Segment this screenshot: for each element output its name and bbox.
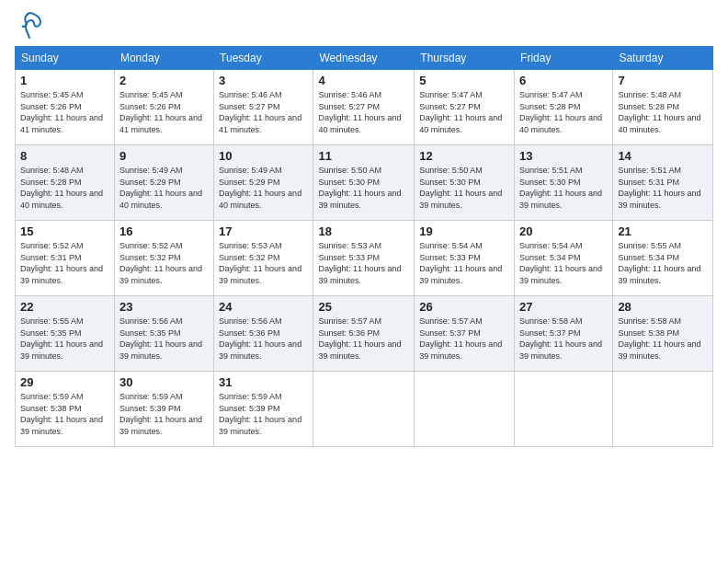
day-number: 14 — [618, 149, 708, 163]
day-number: 11 — [318, 149, 409, 163]
calendar-cell: 4 Sunrise: 5:46 AM Sunset: 5:27 PM Dayli… — [313, 70, 415, 145]
page: Sunday Monday Tuesday Wednesday Thursday… — [0, 0, 728, 563]
calendar-cell: 7 Sunrise: 5:48 AM Sunset: 5:28 PM Dayli… — [613, 70, 713, 145]
day-number: 3 — [219, 74, 308, 87]
calendar-cell: 23 Sunrise: 5:56 AM Sunset: 5:35 PM Dayl… — [114, 296, 213, 372]
day-number: 25 — [318, 300, 409, 314]
calendar-cell: 20 Sunrise: 5:54 AM Sunset: 5:34 PM Dayl… — [515, 221, 613, 296]
day-detail: Sunrise: 5:58 AM Sunset: 5:37 PM Dayligh… — [519, 316, 608, 362]
day-detail: Sunrise: 5:59 AM Sunset: 5:39 PM Dayligh… — [219, 391, 308, 437]
col-thursday: Thursday — [415, 47, 515, 70]
calendar-cell: 21 Sunrise: 5:55 AM Sunset: 5:34 PM Dayl… — [613, 221, 713, 296]
day-number: 26 — [419, 300, 509, 314]
calendar-cell: 10 Sunrise: 5:49 AM Sunset: 5:29 PM Dayl… — [214, 145, 313, 221]
logo-bird-icon — [17, 11, 42, 40]
calendar-cell — [515, 372, 613, 447]
day-detail: Sunrise: 5:52 AM Sunset: 5:32 PM Dayligh… — [119, 240, 209, 286]
day-detail: Sunrise: 5:54 AM Sunset: 5:34 PM Dayligh… — [519, 240, 608, 286]
calendar-cell: 13 Sunrise: 5:51 AM Sunset: 5:30 PM Dayl… — [515, 145, 613, 221]
day-detail: Sunrise: 5:48 AM Sunset: 5:28 PM Dayligh… — [20, 165, 109, 211]
day-number: 20 — [519, 224, 608, 238]
day-number: 7 — [618, 74, 708, 87]
day-number: 4 — [318, 74, 409, 87]
col-tuesday: Tuesday — [214, 47, 313, 70]
day-number: 27 — [519, 300, 608, 314]
calendar-cell: 8 Sunrise: 5:48 AM Sunset: 5:28 PM Dayli… — [16, 145, 115, 221]
day-number: 22 — [20, 300, 109, 314]
day-detail: Sunrise: 5:56 AM Sunset: 5:35 PM Dayligh… — [119, 316, 209, 362]
header — [15, 11, 713, 40]
day-detail: Sunrise: 5:51 AM Sunset: 5:31 PM Dayligh… — [618, 165, 708, 211]
day-detail: Sunrise: 5:51 AM Sunset: 5:30 PM Dayligh… — [519, 165, 608, 211]
day-detail: Sunrise: 5:46 AM Sunset: 5:27 PM Dayligh… — [219, 89, 308, 135]
calendar-cell: 6 Sunrise: 5:47 AM Sunset: 5:28 PM Dayli… — [515, 70, 613, 145]
calendar-cell: 18 Sunrise: 5:53 AM Sunset: 5:33 PM Dayl… — [313, 221, 415, 296]
day-detail: Sunrise: 5:50 AM Sunset: 5:30 PM Dayligh… — [318, 165, 409, 211]
calendar-cell: 12 Sunrise: 5:50 AM Sunset: 5:30 PM Dayl… — [415, 145, 515, 221]
calendar-cell: 3 Sunrise: 5:46 AM Sunset: 5:27 PM Dayli… — [214, 70, 313, 145]
col-wednesday: Wednesday — [313, 47, 415, 70]
day-detail: Sunrise: 5:50 AM Sunset: 5:30 PM Dayligh… — [419, 165, 509, 211]
day-number: 1 — [20, 74, 109, 87]
calendar-cell: 2 Sunrise: 5:45 AM Sunset: 5:26 PM Dayli… — [114, 70, 213, 145]
col-friday: Friday — [515, 47, 613, 70]
day-number: 15 — [20, 224, 109, 238]
calendar-cell: 15 Sunrise: 5:52 AM Sunset: 5:31 PM Dayl… — [16, 221, 115, 296]
day-number: 24 — [219, 300, 308, 314]
day-detail: Sunrise: 5:53 AM Sunset: 5:32 PM Dayligh… — [219, 240, 308, 286]
day-detail: Sunrise: 5:48 AM Sunset: 5:28 PM Dayligh… — [618, 89, 708, 135]
day-detail: Sunrise: 5:57 AM Sunset: 5:37 PM Dayligh… — [419, 316, 509, 362]
day-detail: Sunrise: 5:52 AM Sunset: 5:31 PM Dayligh… — [20, 240, 109, 286]
day-detail: Sunrise: 5:55 AM Sunset: 5:35 PM Dayligh… — [20, 316, 109, 362]
calendar-cell: 24 Sunrise: 5:56 AM Sunset: 5:36 PM Dayl… — [214, 296, 313, 372]
logo — [15, 11, 42, 40]
day-number: 23 — [119, 300, 209, 314]
day-number: 16 — [119, 224, 209, 238]
calendar-week-4: 22 Sunrise: 5:55 AM Sunset: 5:35 PM Dayl… — [16, 296, 713, 372]
calendar-header-row: Sunday Monday Tuesday Wednesday Thursday… — [16, 47, 713, 70]
day-number: 13 — [519, 149, 608, 163]
day-number: 29 — [20, 375, 109, 389]
day-number: 2 — [119, 74, 209, 87]
day-number: 12 — [419, 149, 509, 163]
calendar-week-3: 15 Sunrise: 5:52 AM Sunset: 5:31 PM Dayl… — [16, 221, 713, 296]
calendar-cell — [313, 372, 415, 447]
day-detail: Sunrise: 5:49 AM Sunset: 5:29 PM Dayligh… — [119, 165, 209, 211]
calendar-cell: 1 Sunrise: 5:45 AM Sunset: 5:26 PM Dayli… — [16, 70, 115, 145]
day-detail: Sunrise: 5:49 AM Sunset: 5:29 PM Dayligh… — [219, 165, 308, 211]
day-number: 21 — [618, 224, 708, 238]
day-number: 5 — [419, 74, 509, 87]
day-detail: Sunrise: 5:47 AM Sunset: 5:28 PM Dayligh… — [519, 89, 608, 135]
calendar-table: Sunday Monday Tuesday Wednesday Thursday… — [15, 46, 713, 447]
calendar-cell: 30 Sunrise: 5:59 AM Sunset: 5:39 PM Dayl… — [114, 372, 213, 447]
calendar-cell: 11 Sunrise: 5:50 AM Sunset: 5:30 PM Dayl… — [313, 145, 415, 221]
calendar-cell: 26 Sunrise: 5:57 AM Sunset: 5:37 PM Dayl… — [415, 296, 515, 372]
calendar-cell: 19 Sunrise: 5:54 AM Sunset: 5:33 PM Dayl… — [415, 221, 515, 296]
day-detail: Sunrise: 5:45 AM Sunset: 5:26 PM Dayligh… — [119, 89, 209, 135]
day-detail: Sunrise: 5:53 AM Sunset: 5:33 PM Dayligh… — [318, 240, 409, 286]
day-number: 18 — [318, 224, 409, 238]
calendar-cell: 28 Sunrise: 5:58 AM Sunset: 5:38 PM Dayl… — [613, 296, 713, 372]
day-number: 30 — [119, 375, 209, 389]
calendar-cell: 29 Sunrise: 5:59 AM Sunset: 5:38 PM Dayl… — [16, 372, 115, 447]
calendar-cell: 5 Sunrise: 5:47 AM Sunset: 5:27 PM Dayli… — [415, 70, 515, 145]
calendar-cell — [613, 372, 713, 447]
day-detail: Sunrise: 5:45 AM Sunset: 5:26 PM Dayligh… — [20, 89, 109, 135]
calendar-cell: 17 Sunrise: 5:53 AM Sunset: 5:32 PM Dayl… — [214, 221, 313, 296]
calendar-cell: 31 Sunrise: 5:59 AM Sunset: 5:39 PM Dayl… — [214, 372, 313, 447]
day-number: 31 — [219, 375, 308, 389]
calendar-week-1: 1 Sunrise: 5:45 AM Sunset: 5:26 PM Dayli… — [16, 70, 713, 145]
day-number: 6 — [519, 74, 608, 87]
calendar-cell: 22 Sunrise: 5:55 AM Sunset: 5:35 PM Dayl… — [16, 296, 115, 372]
calendar-week-5: 29 Sunrise: 5:59 AM Sunset: 5:38 PM Dayl… — [16, 372, 713, 447]
day-number: 10 — [219, 149, 308, 163]
col-monday: Monday — [114, 47, 213, 70]
col-saturday: Saturday — [613, 47, 713, 70]
day-detail: Sunrise: 5:55 AM Sunset: 5:34 PM Dayligh… — [618, 240, 708, 286]
col-sunday: Sunday — [16, 47, 115, 70]
day-detail: Sunrise: 5:59 AM Sunset: 5:38 PM Dayligh… — [20, 391, 109, 437]
day-detail: Sunrise: 5:57 AM Sunset: 5:36 PM Dayligh… — [318, 316, 409, 362]
day-number: 28 — [618, 300, 708, 314]
calendar-cell: 27 Sunrise: 5:58 AM Sunset: 5:37 PM Dayl… — [515, 296, 613, 372]
day-detail: Sunrise: 5:47 AM Sunset: 5:27 PM Dayligh… — [419, 89, 509, 135]
